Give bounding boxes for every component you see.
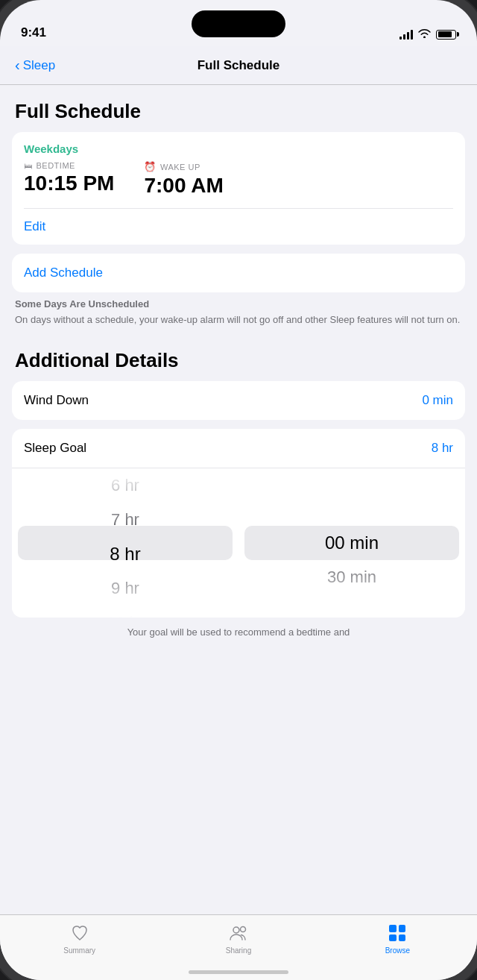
footer-hint: Your goal will be used to recommend a be… xyxy=(0,618,477,647)
schedule-times-row: 🛏 BEDTIME 10:15 PM ⏰ WAKE UP 7:00 AM xyxy=(24,161,453,198)
sharing-icon xyxy=(228,923,249,943)
minutes-item-30: 30 min xyxy=(238,560,465,594)
hours-item-10: 10 hr xyxy=(12,606,238,618)
status-time: 9:41 xyxy=(21,25,46,40)
info-title: Some Days Are Unscheduled xyxy=(15,298,462,310)
wind-down-row[interactable]: Wind Down 0 min xyxy=(12,381,465,420)
sleep-goal-header[interactable]: Sleep Goal 8 hr xyxy=(12,429,465,468)
weekdays-schedule-card: Weekdays 🛏 BEDTIME 10:15 PM ⏰ WAKE UP xyxy=(12,132,465,245)
nav-bar: ‹ Sleep Full Schedule xyxy=(0,46,477,85)
phone-frame: 9:41 ‹ Sleep Ful xyxy=(0,0,477,980)
tab-sharing[interactable]: Sharing xyxy=(209,923,268,955)
sharing-tab-label: Sharing xyxy=(226,946,251,955)
info-body: On days without a schedule, your wake-up… xyxy=(15,312,462,327)
sleep-goal-label: Sleep Goal xyxy=(24,441,86,456)
tab-summary[interactable]: Summary xyxy=(50,923,110,955)
sleep-goal-value: 8 hr xyxy=(432,441,453,456)
dynamic-island xyxy=(192,10,285,37)
nav-back-button[interactable]: ‹ Sleep xyxy=(15,57,55,74)
summary-tab-label: Summary xyxy=(63,946,95,955)
bedtime-text: BEDTIME xyxy=(37,161,75,170)
additional-details-header: Additional Details xyxy=(0,342,477,381)
nav-title: Full Schedule xyxy=(198,58,280,73)
unscheduled-info: Some Days Are Unscheduled On days withou… xyxy=(15,298,462,327)
wifi-icon xyxy=(418,28,431,40)
wind-down-label: Wind Down xyxy=(24,393,89,408)
minutes-item-00: 00 min xyxy=(238,526,465,560)
chevron-left-icon: ‹ xyxy=(15,57,20,74)
home-indicator xyxy=(189,970,288,974)
hours-item-8: 8 hr xyxy=(12,537,238,571)
wakeup-text: WAKE UP xyxy=(160,163,200,172)
nav-back-label: Sleep xyxy=(23,58,55,73)
bed-icon: 🛏 xyxy=(24,161,33,170)
svg-point-1 xyxy=(240,927,245,932)
wakeup-value: 7:00 AM xyxy=(144,174,223,198)
hours-picker-items: 5 hr 6 hr 7 hr 8 hr 9 hr 10 hr 11 hr xyxy=(12,468,238,618)
edit-button[interactable]: Edit xyxy=(12,209,465,245)
minutes-fade-top xyxy=(238,468,465,526)
add-schedule-card: Add Schedule xyxy=(12,254,465,292)
browse-tab-label: Browse xyxy=(385,946,410,955)
bedtime-value: 10:15 PM xyxy=(24,172,114,195)
hours-item-6: 6 hr xyxy=(12,468,238,503)
battery-icon xyxy=(436,30,456,40)
sleep-goal-picker[interactable]: 5 hr 6 hr 7 hr 8 hr 9 hr 10 hr 11 hr xyxy=(12,468,465,618)
minutes-picker-items: 00 min 30 min xyxy=(238,526,465,594)
add-schedule-button[interactable]: Add Schedule xyxy=(24,266,453,280)
hours-item-7: 7 hr xyxy=(12,503,238,537)
status-icons xyxy=(399,28,456,40)
scroll-content: Full Schedule Weekdays 🛏 BEDTIME 10:15 P… xyxy=(0,85,477,914)
weekdays-label: Weekdays xyxy=(24,142,453,155)
weekdays-section: Weekdays 🛏 BEDTIME 10:15 PM ⏰ WAKE UP xyxy=(12,132,465,208)
hours-picker-column[interactable]: 5 hr 6 hr 7 hr 8 hr 9 hr 10 hr 11 hr xyxy=(12,468,238,618)
minutes-picker-column[interactable]: 00 min 30 min xyxy=(238,468,465,618)
wakeup-item: ⏰ WAKE UP 7:00 AM xyxy=(144,161,223,198)
full-schedule-header: Full Schedule xyxy=(0,85,477,132)
alarm-icon: ⏰ xyxy=(144,161,157,172)
signal-bars-icon xyxy=(399,29,413,40)
wind-down-value: 0 min xyxy=(422,393,453,408)
tab-browse[interactable]: Browse xyxy=(367,923,427,955)
bedtime-label: 🛏 BEDTIME xyxy=(24,161,114,170)
sleep-goal-container: Sleep Goal 8 hr 5 hr 6 hr 7 hr 8 hr 9 hr… xyxy=(12,429,465,618)
hours-item-9: 9 hr xyxy=(12,571,238,606)
bedtime-item: 🛏 BEDTIME 10:15 PM xyxy=(24,161,114,195)
svg-point-0 xyxy=(233,927,239,933)
summary-icon xyxy=(69,923,90,943)
browse-icon xyxy=(387,923,408,943)
wakeup-label: ⏰ WAKE UP xyxy=(144,161,223,172)
